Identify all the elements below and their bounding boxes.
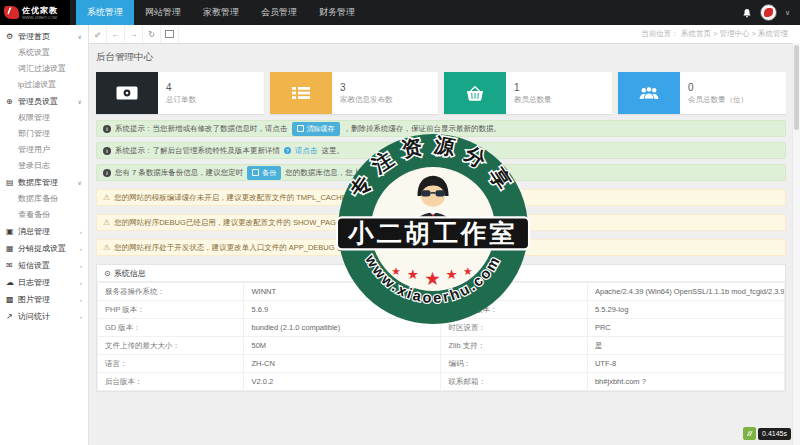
- sidebar-item-departments[interactable]: 部门管理: [0, 126, 88, 142]
- info-value: bh#jxbht.com ?: [587, 373, 784, 391]
- sidebar-item-label: 分销提成设置: [18, 243, 66, 254]
- forward-icon[interactable]: →: [125, 26, 143, 43]
- sidebar-item-db-backup[interactable]: 数据库备份: [0, 191, 88, 207]
- chevron-right-icon: ›: [80, 263, 82, 269]
- chevron-right-icon: ›: [80, 297, 82, 303]
- nav-item-system[interactable]: 系统管理: [76, 0, 134, 25]
- image-icon: ▩: [6, 295, 17, 304]
- svg-text:★: ★: [407, 266, 419, 282]
- sidebar-item-word-filter[interactable]: 词汇过滤设置: [0, 61, 88, 77]
- info-label: Zlib 支持：: [441, 337, 587, 355]
- help-icon: ?: [284, 147, 291, 154]
- vertical-scrollbar[interactable]: [792, 43, 800, 445]
- top-navbar: 佐优家教 WWW.JXBHT.COM 系统管理 网站管理 家教管理 会员管理 财…: [0, 0, 800, 25]
- stat-value: 0: [688, 82, 748, 93]
- circle-dot-icon: ⊙: [104, 269, 111, 278]
- tab-toolbar: ⇙ ← → ↻ 当前位置： 系统首页 > 管理中心 > 系统管理: [89, 25, 800, 44]
- sidebar-item-database[interactable]: ▤ 数据库管理 ∨: [0, 174, 88, 191]
- panel-title: 系统信息: [114, 268, 146, 279]
- table-row: 文件上传的最大大小： 50M Zlib 支持： 是: [98, 337, 785, 355]
- notice-text: 您有 7 条数据库备份信息，建议您定时: [115, 168, 243, 178]
- nav-item-website[interactable]: 网站管理: [134, 0, 192, 25]
- table-row: 后台版本： V2.0.2 联系邮箱： bh#jxbht.com ?: [98, 373, 785, 391]
- version-details-link[interactable]: 请点击: [295, 146, 318, 156]
- sidebar-item-sms[interactable]: ✉ 短信设置 ›: [0, 257, 88, 274]
- nav-item-finance[interactable]: 财务管理: [308, 0, 366, 25]
- stat-label: 会员总数量（位）: [688, 95, 748, 105]
- info-label: 服务器操作系统：: [98, 283, 244, 301]
- page-title: 后台管理中心: [96, 51, 786, 64]
- logo[interactable]: 佐优家教 WWW.JXBHT.COM: [0, 0, 70, 25]
- info-label: PHP 版本：: [98, 301, 244, 319]
- nav-menu: 系统管理 网站管理 家教管理 会员管理 财务管理: [76, 0, 366, 25]
- warning-icon: ⚠: [103, 193, 110, 202]
- folder-icon: [252, 169, 259, 176]
- notice-text: 系统提示：了解后台管理系统特性及版本更新详情: [115, 146, 280, 156]
- chevron-right-icon: ›: [80, 229, 82, 235]
- warning-text: 您的网站程序处于开发状态，建议更改单入口文件的 APP_DEBUG 参数。: [114, 243, 359, 253]
- message-icon: ▣: [6, 227, 17, 236]
- clear-cache-button[interactable]: 清除缓存: [292, 122, 340, 136]
- table-row: 语言： ZH-CN 编码： UTF-8: [98, 355, 785, 373]
- sidebar-item-admin-settings[interactable]: ⊕ 管理员设置 ∨: [0, 93, 88, 110]
- stat-value: 3: [340, 82, 393, 93]
- back-icon[interactable]: ←: [107, 26, 125, 43]
- chevron-down-icon[interactable]: ∨: [785, 9, 790, 16]
- svg-text:★: ★: [424, 268, 441, 289]
- info-value: 是: [587, 337, 784, 355]
- page-load-time: // 0.4145s: [743, 427, 791, 440]
- fullscreen-icon[interactable]: [161, 26, 179, 43]
- info-value: 50M: [244, 337, 441, 355]
- info-label: 联系邮箱：: [441, 373, 587, 391]
- nav-item-tutor[interactable]: 家教管理: [192, 0, 250, 25]
- info-icon: i: [103, 125, 111, 133]
- stat-cards: 4 总订单数 3 家教信息发布数 1 教员总数量: [96, 72, 786, 114]
- info-label: 编码：: [441, 355, 587, 373]
- info-label: 后台版本：: [98, 373, 244, 391]
- trash-icon: [297, 125, 304, 132]
- sidebar-item-label: 数据库管理: [18, 177, 58, 188]
- sidebar-item-label: 短信设置: [18, 260, 50, 271]
- sidebar-item-permissions[interactable]: 权限管理: [0, 110, 88, 126]
- nav-item-member[interactable]: 会员管理: [250, 0, 308, 25]
- sidebar-item-label: 日志管理: [18, 277, 50, 288]
- scrollbar-thumb[interactable]: [794, 45, 799, 130]
- sidebar-item-ip-filter[interactable]: ip过滤设置: [0, 77, 88, 93]
- sidebar-item-visit-stats[interactable]: ↗ 访问统计 ›: [0, 308, 88, 325]
- logo-icon: [4, 6, 19, 19]
- sidebar-item-images[interactable]: ▩ 图片管理 ›: [0, 291, 88, 308]
- svg-text:★: ★: [463, 265, 473, 278]
- basket-icon: [444, 72, 506, 114]
- info-label: 文件上传的最大大小：: [98, 337, 244, 355]
- stat-label: 家教信息发布数: [340, 95, 393, 105]
- avatar[interactable]: [760, 4, 777, 21]
- chevron-down-icon: ∨: [78, 98, 82, 105]
- sidebar-item-manage-home[interactable]: ⚙ 管理首页 ∨: [0, 28, 88, 45]
- stat-value: 4: [166, 82, 196, 93]
- stat-label: 总订单数: [166, 95, 196, 105]
- warning-icon: ⚠: [103, 243, 110, 252]
- info-value: ZH-CN: [244, 355, 441, 373]
- sidebar-item-admin-users[interactable]: 管理用户: [0, 142, 88, 158]
- info-icon: i: [103, 169, 111, 177]
- sidebar-item-messages[interactable]: ▣ 消息管理 ›: [0, 223, 88, 240]
- notice-text: 系统提示：当您新增或有修改了数据信息时，请点击: [115, 124, 288, 134]
- backup-button[interactable]: 备份: [247, 166, 281, 180]
- info-value: Apache/2.4.39 (Win64) OpenSSL/1.1.1b mod…: [587, 283, 784, 301]
- stat-card-orders: 4 总订单数: [96, 72, 264, 114]
- refresh-icon[interactable]: ↻: [143, 26, 161, 43]
- warning-icon: ⚠: [103, 218, 110, 227]
- sidebar-item-system-settings[interactable]: 系统设置: [0, 45, 88, 61]
- sidebar-item-logs[interactable]: ☁ 日志管理 ›: [0, 274, 88, 291]
- stat-value: 1: [514, 82, 552, 93]
- collapse-icon[interactable]: ⇙: [89, 26, 107, 43]
- info-label: GD 版本：: [98, 319, 244, 337]
- sidebar-item-label: 消息管理: [18, 226, 50, 237]
- sidebar-item-view-backup[interactable]: 查看备份: [0, 207, 88, 223]
- chevron-down-icon: ∨: [78, 33, 82, 40]
- sidebar-item-commission[interactable]: ▦ 分销提成设置 ›: [0, 240, 88, 257]
- sidebar-item-login-logs[interactable]: 登录日志: [0, 158, 88, 174]
- gear-icon: ⚙: [6, 32, 17, 41]
- chevron-right-icon: ›: [80, 246, 82, 252]
- bell-icon[interactable]: [742, 7, 752, 19]
